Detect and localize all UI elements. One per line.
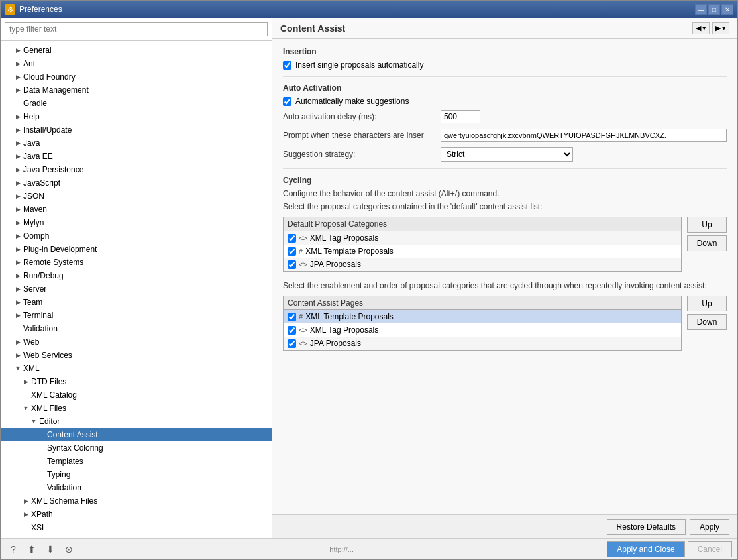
tree-item-web-services[interactable]: ▶Web Services — [1, 349, 272, 362]
proposal-icon-3: <> — [299, 260, 307, 268]
tree-item-cloud-foundry[interactable]: ▶Cloud Foundry — [1, 70, 272, 84]
tree-item-team[interactable]: ▶Team — [1, 296, 272, 309]
tree-item-validation[interactable]: Validation — [1, 322, 272, 335]
tree-label-general: General — [23, 46, 52, 55]
close-button[interactable]: ✕ — [721, 4, 733, 15]
tree-item-editor[interactable]: ▼Editor — [1, 415, 272, 428]
tree-item-install-update[interactable]: ▶Install/Update — [1, 123, 272, 137]
export-icon[interactable]: ⬆ — [25, 542, 39, 557]
tree-item-maven[interactable]: ▶Maven — [1, 203, 272, 216]
tree-item-terminal[interactable]: ▶Terminal — [1, 309, 272, 322]
cycling-proposals-header: Content Assist Pages — [284, 296, 681, 310]
tree-label-java-ee: Java EE — [23, 152, 53, 161]
cycling-label-2: XML Tag Proposals — [310, 325, 378, 335]
tree-item-xml[interactable]: ▼XML — [1, 362, 272, 375]
apply-close-button[interactable]: Apply and Close — [607, 541, 684, 557]
tree-item-dtd-files[interactable]: ▶DTD Files — [1, 375, 272, 388]
restore-defaults-button[interactable]: Restore Defaults — [607, 519, 686, 535]
right-panel: Content Assist ◀ ▾ ▶ ▾ Insertion — [272, 18, 737, 538]
prompt-label: Prompt when these characters are inser — [283, 131, 435, 140]
help-icon[interactable]: ? — [6, 542, 21, 557]
tree-label-java-persistence: Java Persistence — [23, 165, 83, 174]
tree-item-server[interactable]: ▶Server — [1, 282, 272, 296]
maximize-button[interactable]: □ — [708, 4, 720, 15]
apply-button[interactable]: Apply — [690, 519, 729, 535]
very-bottom-bar: ? ⬆ ⬇ ⊙ http://... Apply and Close Cance… — [1, 538, 737, 559]
tree-item-javascript[interactable]: ▶JavaScript — [1, 176, 272, 190]
tree-item-xml-files[interactable]: ▼XML Files — [1, 402, 272, 415]
tree-item-java[interactable]: ▶Java — [1, 137, 272, 150]
tree-label-xsl: XSL — [31, 523, 46, 532]
tree-item-java-persistence[interactable]: ▶Java Persistence — [1, 163, 272, 176]
tree-arrow-run-debug: ▶ — [14, 272, 22, 280]
tree-item-xml-schema-files[interactable]: ▶XML Schema Files — [1, 494, 272, 508]
proposal-check-3[interactable] — [288, 260, 296, 269]
tree-item-help[interactable]: ▶Help — [1, 110, 272, 123]
proposal-label-3: JPA Proposals — [310, 260, 361, 269]
cancel-button[interactable]: Cancel — [688, 541, 732, 557]
tree-label-cloud-foundry: Cloud Foundry — [23, 72, 76, 82]
default-proposals-buttons: Up Down — [687, 217, 727, 272]
delay-input[interactable] — [441, 110, 480, 123]
tree-arrow-general: ▶ — [14, 46, 22, 54]
auto-suggest-checkbox[interactable] — [283, 97, 291, 106]
strategy-select[interactable]: Strict Liberal — [441, 147, 573, 162]
forward-button[interactable]: ▶ ▾ — [712, 22, 729, 34]
tree-arrow-remote-systems: ▶ — [14, 258, 22, 266]
prompt-input[interactable] — [441, 129, 727, 142]
tree-item-validation2[interactable]: Validation — [1, 481, 272, 494]
tree-item-typing[interactable]: Typing — [1, 468, 272, 481]
filter-input[interactable] — [5, 22, 268, 36]
minimize-button[interactable]: — — [695, 4, 707, 15]
bottom-right-buttons: Apply and Close Cancel — [607, 541, 732, 557]
cycling-icon-2: <> — [299, 326, 307, 334]
tree-item-syntax-coloring[interactable]: Syntax Coloring — [1, 441, 272, 455]
tree-item-web[interactable]: ▶Web — [1, 335, 272, 349]
cycling-check-1[interactable] — [288, 313, 296, 321]
tree-item-xpath[interactable]: ▶XPath — [1, 508, 272, 521]
cycling-check-3[interactable] — [288, 339, 296, 348]
tree-item-oomph[interactable]: ▶Oomph — [1, 229, 272, 243]
tree-item-xsl[interactable]: XSL — [1, 521, 272, 534]
default-proposals-area: Default Proposal Categories <> XML Tag P… — [283, 217, 727, 272]
tree-label-maven: Maven — [23, 205, 47, 214]
auto-activation-label: Auto Activation — [283, 84, 727, 93]
tree-item-xml-catalog[interactable]: XML Catalog — [1, 388, 272, 402]
tree-item-templates[interactable]: Templates — [1, 455, 272, 468]
window-icon: ⚙ — [5, 4, 15, 15]
tree-arrow-mylyn: ▶ — [14, 219, 22, 227]
back-button[interactable]: ◀ ▾ — [692, 22, 710, 34]
panel-title: Content Assist — [280, 23, 345, 34]
tree-arrow-java-ee: ▶ — [14, 152, 22, 160]
tree-item-gradle[interactable]: Gradle — [1, 97, 272, 110]
tree-item-java-ee[interactable]: ▶Java EE — [1, 150, 272, 163]
import-icon[interactable]: ⬇ — [43, 542, 58, 557]
divider-1 — [283, 76, 727, 77]
tree-item-json[interactable]: ▶JSON — [1, 190, 272, 203]
tree-item-general[interactable]: ▶General — [1, 44, 272, 57]
tree-arrow-xsl — [22, 524, 30, 532]
home-icon[interactable]: ⊙ — [62, 542, 76, 557]
tree-item-remote-systems[interactable]: ▶Remote Systems — [1, 256, 272, 269]
tree-item-plugin-dev[interactable]: ▶Plug-in Development — [1, 243, 272, 256]
cycling-up-button[interactable]: Up — [687, 296, 727, 311]
cycling-check-2[interactable] — [288, 326, 296, 335]
default-down-button[interactable]: Down — [687, 235, 727, 251]
tree-label-xml: XML — [23, 364, 40, 373]
insert-single-checkbox[interactable] — [283, 61, 291, 70]
cycling-proposals-buttons: Up Down — [687, 296, 727, 351]
tree-label-editor: Editor — [39, 417, 60, 426]
tree-item-run-debug[interactable]: ▶Run/Debug — [1, 269, 272, 282]
tree-label-install-update: Install/Update — [23, 125, 72, 135]
proposal-check-1[interactable] — [288, 234, 296, 243]
auto-suggest-row: Automatically make suggestions — [283, 97, 727, 106]
cycling-down-button[interactable]: Down — [687, 314, 727, 330]
tree-item-content-assist[interactable]: Content Assist — [1, 428, 272, 441]
tree-item-ant[interactable]: ▶Ant — [1, 57, 272, 70]
proposal-check-2[interactable] — [288, 247, 296, 256]
tree-item-mylyn[interactable]: ▶Mylyn — [1, 216, 272, 229]
tree-item-data-management[interactable]: ▶Data Management — [1, 84, 272, 97]
default-up-button[interactable]: Up — [687, 217, 727, 233]
filter-bar — [1, 18, 272, 41]
tree-arrow-xml: ▼ — [14, 364, 22, 372]
